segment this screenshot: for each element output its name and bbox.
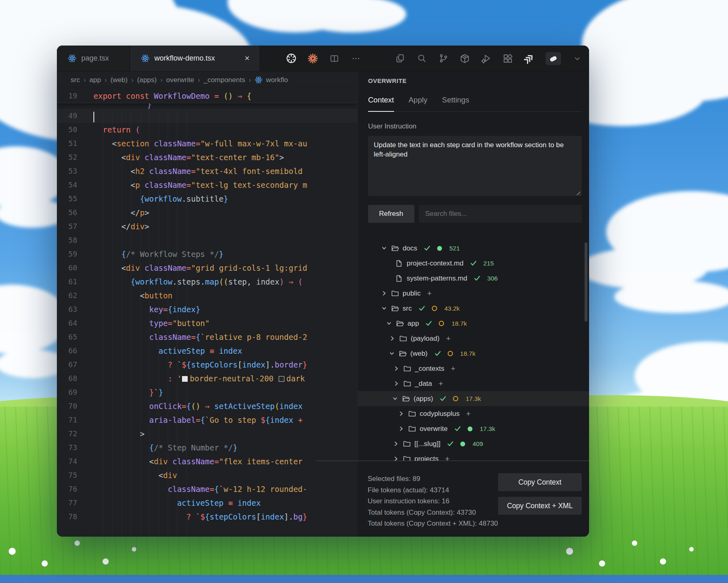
chevron-down-icon[interactable]	[392, 396, 402, 401]
tree-row-project-context-md[interactable]: project-context.md215	[358, 256, 589, 271]
tree-row-public[interactable]: public+	[358, 286, 589, 301]
search-icon[interactable]	[416, 53, 427, 64]
chevron-right-icon[interactable]	[399, 411, 408, 416]
code-line-67[interactable]: 67 ? `${stepColors[index].border}	[57, 358, 358, 372]
code-line-57[interactable]: 57 </div>	[57, 220, 358, 233]
breadcrumb-item[interactable]: app	[89, 76, 101, 84]
code-line-63[interactable]: 63 key={index}	[57, 302, 358, 316]
token-count: 306	[487, 275, 498, 282]
extensions-icon[interactable]	[503, 53, 513, 64]
chevron-right-icon[interactable]	[390, 336, 399, 341]
add-icon[interactable]: +	[439, 379, 443, 388]
chevron-right-icon[interactable]	[399, 426, 408, 431]
code-line-77[interactable]: 77 activeStep ≡ index	[57, 496, 358, 510]
panel-tab-context[interactable]: Context	[368, 94, 394, 111]
code-line-69[interactable]: 69 }`}	[57, 385, 358, 399]
code-line-56[interactable]: 56 </p>	[57, 206, 358, 220]
split-editor-icon[interactable]	[329, 53, 340, 64]
chevrons-icon[interactable]	[524, 53, 535, 64]
code-area[interactable]: 4950 return (51 <section className="w-fu…	[57, 109, 358, 537]
breadcrumb-item[interactable]: workflo	[266, 76, 288, 84]
run-debug-icon[interactable]	[481, 53, 492, 64]
breadcrumb-item[interactable]: overwrite	[166, 76, 194, 84]
user-instruction-input[interactable]: Update the text in each step card in the…	[368, 136, 582, 196]
copy-icon[interactable]	[395, 53, 405, 64]
refresh-button[interactable]: Refresh	[368, 205, 414, 223]
tree-row--payload-[interactable]: (payload)+	[358, 331, 589, 346]
claude-logo-icon[interactable]	[308, 53, 318, 64]
code-line-64[interactable]: 64 type="button"	[57, 316, 358, 330]
breadcrumb-item[interactable]: (apps)	[137, 76, 157, 84]
tab-workflow-demo-tsx[interactable]: workflow-demo.tsx ✕	[130, 46, 260, 71]
code-line-52[interactable]: 52 <div className="text-center mb-16">	[57, 150, 358, 164]
code-line-71[interactable]: 71 aria-label={`Go to step ${index +	[57, 413, 358, 427]
tree-row--slug-[interactable]: [[...slug]]409	[358, 436, 589, 451]
code-line-50[interactable]: 50 return (	[57, 123, 358, 137]
code-line-53[interactable]: 53 <h2 className="text-4xl font-semibold	[57, 164, 358, 178]
tree-row-src[interactable]: src43.2k	[358, 301, 589, 316]
code-line-74[interactable]: 74 <div className="flex items-center	[57, 455, 358, 468]
pill-icon[interactable]	[546, 52, 561, 65]
breadcrumb-item[interactable]: _components	[204, 76, 245, 84]
add-icon[interactable]: +	[427, 289, 431, 298]
code-line-75[interactable]: 75 <div	[57, 468, 358, 482]
chevron-right-icon[interactable]	[393, 441, 403, 446]
sticky-scroll-line[interactable]: 19 export const WorkflowDemo = () ⇒ {	[57, 89, 358, 103]
code-line-51[interactable]: 51 <section className="w-full max-w-7xl …	[57, 137, 358, 150]
tree-row--apps-[interactable]: (apps)17.3k	[358, 391, 589, 406]
selected-check-icon	[418, 305, 425, 312]
add-icon[interactable]: +	[466, 409, 470, 418]
code-line-76[interactable]: 76 className={`w-12 h-12 rounded-	[57, 482, 358, 496]
code-line-54[interactable]: 54 <p className="text-lg text-secondary …	[57, 178, 358, 192]
code-line-59[interactable]: 59 {/* Workflow Steps */}	[57, 247, 358, 261]
code-line-58[interactable]: 58	[57, 233, 358, 247]
tree-row--web-[interactable]: (web)18.7k	[358, 346, 589, 361]
code-line-66[interactable]: 66 activeStep ≡ index	[57, 344, 358, 358]
code-line-62[interactable]: 62 <button	[57, 289, 358, 302]
openai-logo-icon[interactable]	[286, 53, 297, 64]
code-line-73[interactable]: 73 {/* Step Number */}	[57, 441, 358, 455]
chevron-down-icon[interactable]	[381, 306, 391, 311]
tree-row--contexts[interactable]: _contexts+	[358, 361, 589, 376]
tree-row-docs[interactable]: docs521	[358, 241, 589, 256]
more-actions-icon[interactable]	[351, 53, 361, 64]
code-line-70[interactable]: 70 onClick={() ⇒ setActiveStep(index	[57, 399, 358, 413]
code-editor[interactable]: src›app›(web)›(apps)›overwrite›_componen…	[57, 72, 358, 537]
tree-row--data[interactable]: _data+	[358, 376, 589, 391]
code-line-55[interactable]: 55 {workflow.subtitle}	[57, 192, 358, 206]
code-line-60[interactable]: 60 <div className="grid grid-cols-1 lg:g…	[57, 261, 358, 275]
tree-row-codyplusplus[interactable]: codyplusplus+	[358, 406, 589, 421]
close-tab-icon[interactable]: ✕	[245, 54, 250, 62]
panel-tab-apply[interactable]: Apply	[409, 94, 427, 111]
code-line-68[interactable]: 68 : 'border-neutral-200 dark	[57, 372, 358, 385]
copy-context-xml-button[interactable]: Copy Context + XML	[498, 497, 582, 515]
chevron-right-icon[interactable]	[394, 366, 403, 371]
chevron-down-icon[interactable]	[389, 351, 399, 356]
tree-row-overwrite[interactable]: overwrite17.3k	[358, 421, 589, 436]
code-line-72[interactable]: 72 >	[57, 427, 358, 441]
tab-page-tsx[interactable]: page.tsx	[57, 46, 130, 71]
add-icon[interactable]: +	[451, 364, 455, 373]
tree-row-app[interactable]: app18.7k	[358, 316, 589, 331]
panel-tab-settings[interactable]: Settings	[442, 94, 469, 111]
package-icon[interactable]	[459, 53, 470, 64]
tree-scrollbar[interactable]	[585, 242, 587, 322]
tree-row-system-patterns-md[interactable]: system-patterns.md306	[358, 271, 589, 286]
chevron-down-icon[interactable]	[572, 53, 583, 64]
chevron-right-icon[interactable]	[394, 381, 403, 386]
chevron-down-icon[interactable]	[381, 246, 391, 251]
panel-resize-handle[interactable]	[316, 461, 589, 461]
source-control-icon[interactable]	[438, 53, 448, 64]
search-files-input[interactable]	[419, 205, 582, 223]
add-icon[interactable]: +	[446, 334, 451, 343]
code-line-65[interactable]: 65 className={`relative p-8 rounded-2	[57, 330, 358, 344]
code-line-61[interactable]: 61 {workflow.steps.map((step, index) ⇒ (	[57, 275, 358, 289]
breadcrumb-item[interactable]: src	[71, 76, 80, 84]
chevron-right-icon[interactable]	[381, 291, 391, 296]
code-line-78[interactable]: 78 ? `${stepColors[index].bg}	[57, 510, 358, 524]
copy-context-button[interactable]: Copy Context	[498, 473, 582, 491]
chevron-down-icon[interactable]	[386, 321, 396, 326]
code-line-49[interactable]: 49	[57, 109, 358, 123]
breadcrumb-item[interactable]: (web)	[110, 76, 128, 84]
selected-check-icon	[440, 395, 446, 402]
